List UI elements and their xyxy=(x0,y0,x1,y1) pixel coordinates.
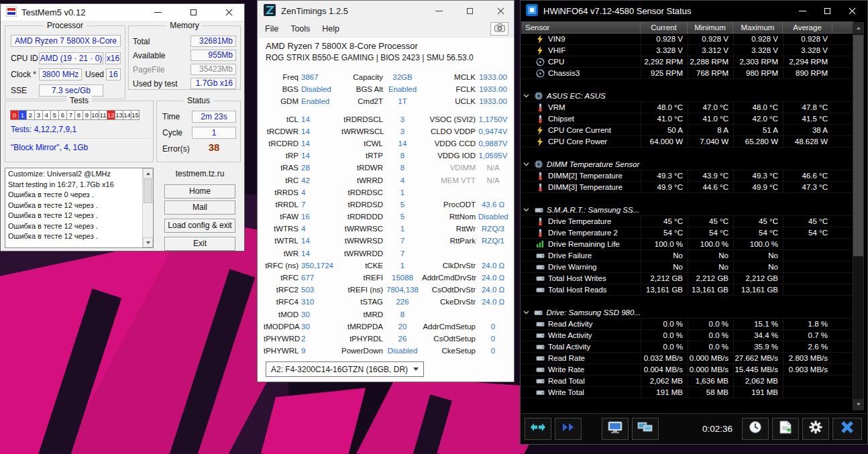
chevron-down-icon[interactable] xyxy=(523,208,531,212)
sensor-row[interactable]: Read Activity0.0 %0.0 %15.1 %1.8 % xyxy=(521,319,854,330)
sensor-row[interactable]: Drive Temperature45 °C45 °C45 °C45 °C xyxy=(521,216,854,227)
sensor-row[interactable]: Write Rate0.004 MB/s0.000 MB/s15.445 MB/… xyxy=(521,364,854,376)
scroll-up-button[interactable] xyxy=(143,168,153,178)
timing-label: tWTRS xyxy=(264,223,299,235)
menu-file[interactable]: File xyxy=(259,24,284,34)
column-header-sensor[interactable]: Sensor xyxy=(521,21,641,33)
maximize-button[interactable] xyxy=(189,8,198,17)
sensor-row[interactable]: Read Total2,062 MB1,636 MB2,062 MB xyxy=(521,376,854,387)
screenshot-button[interactable] xyxy=(490,22,508,36)
report-button[interactable] xyxy=(772,418,799,440)
sensor-average: 0.928 V xyxy=(783,34,832,44)
timing-label: tWRWRSD xyxy=(341,235,383,247)
sensor-row[interactable]: Read Rate0.032 MB/s0.000 MB/s27.662 MB/s… xyxy=(521,353,854,364)
sensor-scrollbar[interactable] xyxy=(853,22,864,410)
sensor-row[interactable]: CPU2,292 RPM2,288 RPM2,303 RPM2,294 RPM xyxy=(521,56,854,68)
sensor-row[interactable]: Drive WarningNoNoNo xyxy=(521,262,854,273)
sensor-row[interactable]: Chassis3925 RPM768 RPM980 RPM890 RPM xyxy=(521,68,854,79)
multi-monitor-button[interactable] xyxy=(632,418,659,440)
sensor-average: 47.3 °C xyxy=(783,182,832,192)
log-box[interactable]: Customize: Universal2 @LMHzStart testing… xyxy=(5,168,154,248)
remote-monitor-button[interactable] xyxy=(602,418,629,440)
sensor-average: 1.8 % xyxy=(783,319,832,329)
sensor-row[interactable]: Write Activity0.0 %0.0 %34.4 %0.7 % xyxy=(521,330,854,341)
column-header-average[interactable]: Average xyxy=(783,21,832,33)
sensor-row[interactable]: Total Activity0.0 %0.0 %35.9 %2.6 % xyxy=(521,341,854,353)
column-header-minimum[interactable]: Minimum xyxy=(688,21,733,33)
menu-tools[interactable]: Tools xyxy=(284,24,316,34)
close-sensors-button[interactable] xyxy=(832,418,862,440)
chip-icon xyxy=(534,92,543,100)
bolt-icon xyxy=(535,35,545,44)
swap-columns-button[interactable] xyxy=(525,418,551,440)
sensor-group-row[interactable]: S.M.A.R.T.: Samsung SS... xyxy=(521,205,854,216)
sensor-row[interactable]: Chipset41.0 °C41.0 °C42.0 °C41.5 °C xyxy=(521,113,854,125)
chevron-down-icon[interactable] xyxy=(523,162,531,166)
timing-label: tFAW xyxy=(264,211,299,223)
sensor-maximum: 42.0 °C xyxy=(733,113,783,124)
sensor-average: 2,294 RPM xyxy=(783,56,832,67)
sensor-row[interactable]: Total Host Writes2,212 GB2,212 GB2,212 G… xyxy=(521,273,854,284)
sensor-row[interactable]: Drive FailureNoNoNo xyxy=(521,250,854,262)
hwinfo-titlebar: HWiNFO64 v7.12-4580 Sensor Status xyxy=(521,1,867,21)
minimize-button[interactable] xyxy=(435,7,443,15)
scroll-thumb[interactable] xyxy=(853,35,863,256)
minimize-button[interactable] xyxy=(154,8,162,17)
column-header-current[interactable]: Current xyxy=(641,21,688,33)
timing-label: CsOdtDrvStr xyxy=(422,284,476,296)
maximize-button[interactable] xyxy=(466,7,474,15)
chevron-down-icon[interactable] xyxy=(523,310,531,315)
dimm-select[interactable]: A2: F4-3200C14-16GTZN (16GB, DR) xyxy=(266,361,424,377)
menu-help[interactable]: Help xyxy=(316,24,345,34)
chevron-down-icon[interactable] xyxy=(523,94,531,98)
sensor-row[interactable]: Total Host Reads13,161 GB13,161 GB13,161… xyxy=(521,284,854,296)
sensor-name: Chassis3 xyxy=(548,69,580,77)
log-scrollbar[interactable] xyxy=(142,168,153,247)
sensor-row[interactable]: VHIF3.328 V3.312 V3.328 V3.328 V xyxy=(521,45,854,56)
timing-value: 1933.00 xyxy=(478,95,508,107)
scroll-down-button[interactable] xyxy=(143,237,153,247)
sensor-row[interactable]: Drive Temperature 254 °C54 °C54 °C54 °C xyxy=(521,227,854,239)
timing-value: 1933.00 xyxy=(478,83,508,95)
sensor-minimum: 0.000 MB/s xyxy=(688,353,733,363)
exit-button[interactable]: Exit xyxy=(164,237,235,251)
minimize-button[interactable] xyxy=(798,7,807,15)
sensor-average: 48.628 W xyxy=(783,136,832,147)
scroll-up-button[interactable] xyxy=(853,23,863,34)
sensor-row[interactable]: Write Total191 MB58 MB191 MB xyxy=(521,387,854,398)
sensor-row[interactable]: VIN90.928 V0.928 V0.928 V0.928 V xyxy=(521,34,854,45)
sensor-group-row[interactable]: DIMM Temperature Sensor xyxy=(521,159,854,170)
mail-button[interactable]: Mail xyxy=(164,201,235,215)
motherboard-line: ROG STRIX B550-E GAMING | BIOS 2423 | SM… xyxy=(266,53,474,62)
sensor-group-row[interactable]: ASUS EC: ASUS xyxy=(521,91,854,102)
sensor-current: 2,062 MB xyxy=(641,376,688,386)
memory-value: 1.7Gb x16 xyxy=(191,78,236,89)
sensor-row[interactable]: Drive Remaining Life100.0 %100.0 %100.0 … xyxy=(521,239,854,250)
sensor-name-cell: VRM xyxy=(521,103,641,112)
sensor-row[interactable]: DIMM[3] Temperature49.9 °C44.6 °C49.9 °C… xyxy=(521,182,854,193)
sensor-name: Drive: Samsung SSD 980... xyxy=(546,308,641,317)
close-button[interactable] xyxy=(496,7,505,15)
home-button[interactable]: Home xyxy=(164,184,235,198)
sensor-row[interactable]: VRM48.0 °C47.0 °C48.0 °C47.8 °C xyxy=(521,102,854,113)
timing-label: AddrCmdDrvStr xyxy=(422,272,476,284)
sensor-row[interactable]: CPU Core Power64.000 W7.040 W65.280 W48.… xyxy=(521,136,854,148)
load-config-button[interactable]: Load config & exit xyxy=(164,219,235,233)
column-header-maximum[interactable]: Maximum xyxy=(733,21,783,33)
forward-arrows-button[interactable] xyxy=(555,418,582,440)
test-number-cell[interactable]: 15 xyxy=(131,110,140,120)
maximize-button[interactable] xyxy=(823,7,832,15)
sensor-name-cell: DIMM[3] Temperature xyxy=(521,183,641,192)
scroll-thumb[interactable] xyxy=(144,179,152,203)
zentimings-titlebar: ZenTimings 1.2.5 xyxy=(258,1,514,21)
close-button[interactable] xyxy=(225,8,233,17)
clock-button[interactable] xyxy=(742,418,769,440)
settings-button[interactable] xyxy=(802,418,829,440)
sensor-row[interactable]: DIMM[2] Temperature49.3 °C43.9 °C49.3 °C… xyxy=(521,170,854,182)
close-button[interactable] xyxy=(848,7,857,15)
sensor-row[interactable]: CPU Core Current50 A8 A51 A38 A xyxy=(521,125,854,136)
sensor-group-row[interactable]: Drive: Samsung SSD 980... xyxy=(521,307,854,319)
testmem5-titlebar: TestMem5 v0.12 xyxy=(1,4,244,21)
sensor-average xyxy=(783,239,832,249)
scroll-down-button[interactable] xyxy=(853,399,863,410)
